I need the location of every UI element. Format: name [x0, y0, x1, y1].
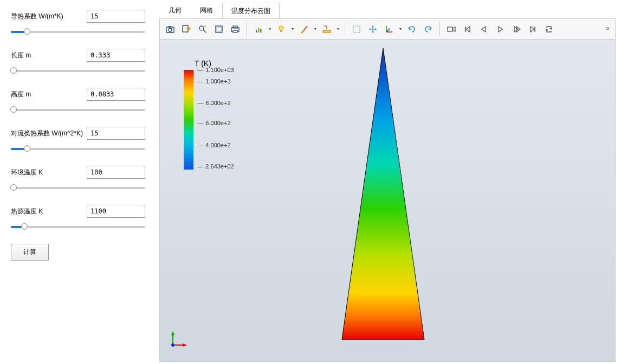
dropdown-arrow-icon[interactable]: ▾ [398, 27, 403, 31]
svg-rect-17 [323, 30, 331, 32]
param-input[interactable] [87, 88, 145, 101]
legend-tick: 6.000e+2 [197, 120, 230, 126]
parameters-panel: 导热系数 W/(m*K) 长度 m 高度 m 对流换热系数 W/(m^2*K) … [0, 0, 157, 364]
param-group: 长度 m [11, 49, 146, 76]
toolbar-separator [439, 22, 440, 36]
tab[interactable]: 几何 [159, 2, 191, 18]
camera-icon[interactable] [163, 22, 177, 36]
toolbar: ▾▾▾▾▾» [160, 19, 615, 40]
export-icon[interactable] [179, 22, 193, 36]
legend-tick: 1.100e+03 [197, 67, 234, 73]
param-input[interactable] [87, 10, 145, 23]
svg-rect-18 [353, 26, 360, 32]
svg-point-32 [171, 343, 174, 347]
param-input[interactable] [87, 205, 145, 218]
param-slider[interactable] [11, 104, 145, 115]
dropdown-arrow-icon[interactable]: ▾ [268, 27, 272, 31]
print-icon[interactable] [228, 22, 242, 36]
svg-point-1 [169, 28, 172, 31]
compute-button[interactable]: 计算 [11, 244, 49, 261]
param-group: 高度 m [11, 88, 146, 115]
first-frame-icon[interactable] [461, 22, 475, 36]
axes-icon[interactable] [382, 22, 396, 36]
layer-box-icon[interactable] [212, 22, 226, 36]
svg-rect-11 [256, 30, 257, 32]
svg-rect-10 [233, 30, 237, 32]
svg-rect-7 [217, 27, 221, 31]
rotate-ccw-icon[interactable] [421, 22, 435, 36]
zoom-magnify-icon[interactable] [196, 22, 210, 36]
param-input[interactable] [87, 49, 145, 62]
legend-colorbar [184, 70, 193, 170]
svg-marker-27 [342, 48, 424, 340]
svg-marker-31 [183, 343, 187, 347]
svg-line-23 [386, 29, 390, 32]
play-icon[interactable] [493, 22, 507, 36]
ruler-icon[interactable] [320, 22, 334, 36]
toolbar-separator [247, 22, 247, 36]
legend-tick: 8.000e+2 [197, 100, 230, 106]
param-slider[interactable] [11, 221, 145, 232]
prev-frame-icon[interactable] [477, 22, 491, 36]
param-slider[interactable] [11, 26, 145, 37]
maximize-icon[interactable]: » [606, 24, 610, 32]
param-label: 对流换热系数 W/(m^2*K) [11, 129, 87, 138]
param-label: 长度 m [11, 51, 87, 60]
param-label: 环境温度 K [11, 168, 87, 177]
temperature-contour-plot [340, 47, 426, 341]
param-slider[interactable] [11, 143, 145, 154]
viewport-container: ▾▾▾▾▾» T (K) 1.100e+031.000e+38.000e+26.… [159, 18, 616, 362]
tab[interactable]: 网格 [191, 2, 222, 18]
visualization-panel: 几何网格温度分布云图 ▾▾▾▾▾» T (K) 1.100e+031.000e+… [157, 0, 621, 364]
svg-line-5 [203, 30, 206, 32]
param-label: 高度 m [11, 90, 87, 99]
param-input[interactable] [87, 166, 145, 179]
legend-tick: 2.643e+02 [197, 164, 234, 170]
dropdown-arrow-icon[interactable]: ▾ [290, 27, 295, 31]
graph-icon[interactable] [251, 22, 266, 36]
next-frame-icon[interactable] [509, 22, 523, 36]
toolbar-separator [345, 22, 345, 36]
tabs: 几何网格温度分布云图 [159, 2, 616, 18]
viewport[interactable]: T (K) 1.100e+031.000e+38.000e+26.000e+24… [160, 40, 615, 361]
rotate-cw-icon[interactable] [405, 22, 419, 36]
param-slider[interactable] [11, 65, 145, 76]
param-label: 热源温度 K [11, 207, 87, 216]
svg-point-14 [279, 26, 283, 30]
color-legend: T (K) 1.100e+031.000e+38.000e+26.000e+24… [174, 59, 211, 170]
param-group: 导热系数 W/(m*K) [11, 10, 146, 37]
param-label: 导热系数 W/(m*K) [11, 12, 87, 21]
move-arrows-icon[interactable] [366, 22, 380, 36]
param-group: 环境温度 K [11, 166, 146, 193]
select-box-icon[interactable] [350, 22, 364, 36]
axis-triad-icon [166, 330, 188, 352]
dropdown-arrow-icon[interactable]: ▾ [313, 27, 318, 31]
dropdown-arrow-icon[interactable]: ▾ [336, 27, 340, 31]
repeat-icon[interactable] [542, 22, 556, 36]
svg-rect-24 [448, 27, 452, 31]
param-group: 热源温度 K [11, 205, 146, 232]
svg-line-16 [303, 26, 307, 31]
last-frame-icon[interactable] [526, 22, 540, 36]
param-slider[interactable] [11, 182, 145, 193]
param-input[interactable] [87, 127, 145, 140]
svg-rect-9 [233, 26, 237, 28]
svg-rect-12 [258, 28, 260, 32]
param-group: 对流换热系数 W/(m^2*K) [11, 127, 146, 154]
legend-tick: 4.000e+2 [197, 142, 230, 148]
svg-marker-29 [171, 331, 174, 335]
svg-rect-2 [169, 26, 171, 27]
tab[interactable]: 温度分布云图 [222, 3, 280, 19]
lightbulb-icon[interactable] [274, 22, 288, 36]
brush-icon[interactable] [297, 22, 311, 36]
svg-rect-15 [280, 30, 282, 32]
video-camera-icon[interactable] [444, 22, 458, 36]
svg-rect-13 [260, 29, 262, 32]
svg-point-4 [199, 26, 204, 30]
legend-tick: 1.000e+3 [197, 79, 230, 84]
